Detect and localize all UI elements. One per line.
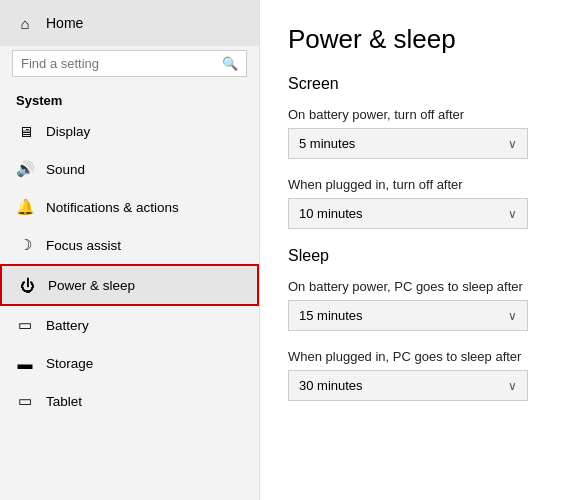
sidebar-item-label: Sound: [46, 162, 85, 177]
display-icon: 🖥: [16, 122, 34, 140]
sidebar-item-notifications[interactable]: 🔔 Notifications & actions: [0, 188, 259, 226]
page-title: Power & sleep: [288, 24, 542, 55]
sidebar-item-label: Storage: [46, 356, 93, 371]
sidebar-item-storage[interactable]: ▬ Storage: [0, 344, 259, 382]
sleep-section-title: Sleep: [288, 247, 542, 265]
sidebar-item-label: Battery: [46, 318, 89, 333]
sidebar-item-sound[interactable]: 🔊 Sound: [0, 150, 259, 188]
sidebar-item-label: Tablet: [46, 394, 82, 409]
screen-plugged-dropdown[interactable]: 10 minutes ∨: [288, 198, 528, 229]
sidebar-item-tablet[interactable]: ▭ Tablet: [0, 382, 259, 420]
screen-plugged-group: When plugged in, turn off after 10 minut…: [288, 177, 542, 229]
screen-battery-label: On battery power, turn off after: [288, 107, 542, 122]
sleep-plugged-value: 30 minutes: [299, 378, 363, 393]
chevron-down-icon: ∨: [508, 207, 517, 221]
sidebar-item-focus[interactable]: ☽ Focus assist: [0, 226, 259, 264]
screen-battery-group: On battery power, turn off after 5 minut…: [288, 107, 542, 159]
screen-plugged-label: When plugged in, turn off after: [288, 177, 542, 192]
chevron-down-icon: ∨: [508, 309, 517, 323]
search-icon: 🔍: [222, 56, 238, 71]
sidebar: ⌂ Home 🔍 System 🖥 Display 🔊 Sound 🔔 Noti…: [0, 0, 260, 500]
sidebar-home-label: Home: [46, 15, 83, 31]
sidebar-item-label: Power & sleep: [48, 278, 135, 293]
sleep-battery-dropdown[interactable]: 15 minutes ∨: [288, 300, 528, 331]
focus-icon: ☽: [16, 236, 34, 254]
sidebar-item-label: Notifications & actions: [46, 200, 179, 215]
sleep-battery-group: On battery power, PC goes to sleep after…: [288, 279, 542, 331]
sidebar-item-label: Display: [46, 124, 90, 139]
sidebar-item-battery[interactable]: ▭ Battery: [0, 306, 259, 344]
sound-icon: 🔊: [16, 160, 34, 178]
battery-icon: ▭: [16, 316, 34, 334]
chevron-down-icon: ∨: [508, 137, 517, 151]
chevron-down-icon: ∨: [508, 379, 517, 393]
sidebar-item-home[interactable]: ⌂ Home: [0, 0, 259, 46]
screen-section-title: Screen: [288, 75, 542, 93]
home-icon: ⌂: [16, 14, 34, 32]
power-icon: ⏻: [18, 276, 36, 294]
notifications-icon: 🔔: [16, 198, 34, 216]
tablet-icon: ▭: [16, 392, 34, 410]
sleep-plugged-dropdown[interactable]: 30 minutes ∨: [288, 370, 528, 401]
sleep-battery-value: 15 minutes: [299, 308, 363, 323]
main-content: Power & sleep Screen On battery power, t…: [260, 0, 570, 500]
sleep-plugged-group: When plugged in, PC goes to sleep after …: [288, 349, 542, 401]
screen-battery-dropdown[interactable]: 5 minutes ∨: [288, 128, 528, 159]
sidebar-item-label: Focus assist: [46, 238, 121, 253]
sleep-plugged-label: When plugged in, PC goes to sleep after: [288, 349, 542, 364]
search-box[interactable]: 🔍: [12, 50, 247, 77]
search-input[interactable]: [21, 56, 216, 71]
screen-plugged-value: 10 minutes: [299, 206, 363, 221]
sidebar-item-display[interactable]: 🖥 Display: [0, 112, 259, 150]
screen-battery-value: 5 minutes: [299, 136, 355, 151]
system-section-label: System: [0, 85, 259, 112]
storage-icon: ▬: [16, 354, 34, 372]
sleep-battery-label: On battery power, PC goes to sleep after: [288, 279, 542, 294]
sidebar-item-power[interactable]: ⏻ Power & sleep: [0, 264, 259, 306]
